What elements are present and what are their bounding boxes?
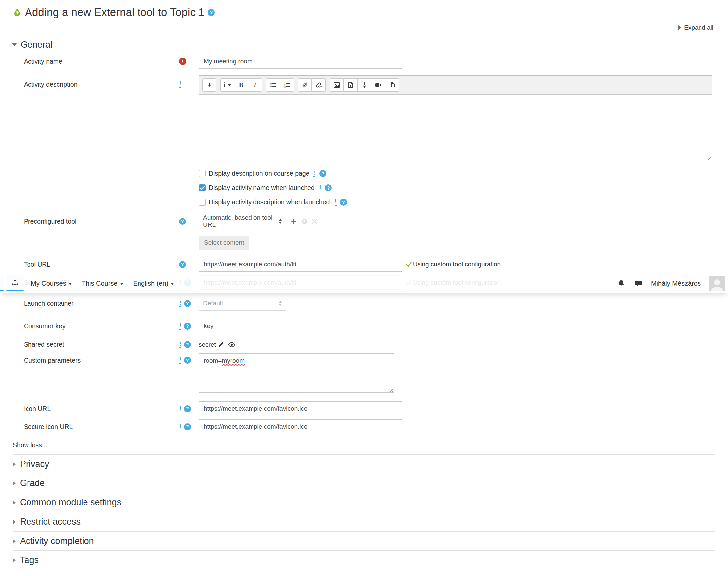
help-icon[interactable]: ? bbox=[184, 341, 191, 348]
section-general-title: General bbox=[21, 40, 52, 50]
resize-grip-icon bbox=[707, 155, 711, 160]
link-button[interactable] bbox=[298, 78, 312, 91]
icon-url-input[interactable] bbox=[199, 401, 402, 416]
advanced-field-icon[interactable]: ! bbox=[179, 81, 182, 88]
messages-icon[interactable] bbox=[634, 279, 642, 287]
select-caret-icon bbox=[279, 301, 282, 306]
svg-text:3: 3 bbox=[284, 86, 285, 88]
advanced-field-icon[interactable]: ! bbox=[313, 170, 317, 177]
chevron-right-icon bbox=[12, 462, 16, 467]
nav-menu-this-course[interactable]: This Course bbox=[82, 280, 123, 287]
record-audio-button[interactable] bbox=[358, 78, 371, 91]
help-icon[interactable]: ? bbox=[184, 424, 191, 430]
unlink-button[interactable] bbox=[312, 78, 326, 91]
section-competencies[interactable]: Competencies bbox=[12, 570, 716, 576]
sitemap-icon bbox=[11, 279, 19, 286]
advanced-field-icon[interactable]: ! bbox=[179, 405, 182, 412]
italic-button[interactable]: I bbox=[248, 78, 262, 91]
chevron-right-icon bbox=[12, 558, 16, 563]
editor-content-area[interactable] bbox=[199, 94, 712, 161]
help-icon[interactable]: ? bbox=[325, 184, 332, 191]
preconfigured-tool-select[interactable]: Automatic, based on tool URL bbox=[199, 214, 286, 228]
launch-container-select: Default bbox=[199, 296, 286, 311]
edit-pencil-icon[interactable] bbox=[218, 342, 224, 348]
required-icon: ! bbox=[179, 58, 186, 65]
checkbox-label: Display description on course page bbox=[209, 170, 309, 177]
help-icon[interactable]: ? bbox=[184, 405, 191, 412]
section-privacy[interactable]: Privacy bbox=[12, 455, 716, 474]
select-content-button[interactable]: Select content bbox=[199, 236, 249, 250]
help-icon[interactable]: ? bbox=[320, 170, 326, 177]
custom-parameters-textarea[interactable]: room=myroom bbox=[199, 353, 394, 393]
advanced-field-icon[interactable]: ! bbox=[179, 341, 182, 348]
chevron-right-icon bbox=[12, 500, 16, 505]
tool-url-status: Using custom tool configuration. bbox=[405, 261, 502, 268]
nav-menu-language[interactable]: English (en) bbox=[133, 280, 174, 287]
chevron-down-icon bbox=[12, 44, 17, 47]
page: Adding a new External tool to Topic 1 ? … bbox=[0, 0, 728, 576]
help-icon: ? bbox=[184, 300, 191, 307]
insert-media-button[interactable] bbox=[344, 78, 358, 91]
advanced-field-icon[interactable]: ! bbox=[179, 424, 182, 430]
advanced-field-icon[interactable]: ! bbox=[334, 199, 337, 206]
section-general-header[interactable]: General bbox=[0, 31, 728, 50]
advanced-field-icon[interactable]: ! bbox=[179, 357, 182, 364]
collapsed-sections: Privacy Grade Common module settings Res… bbox=[12, 454, 716, 576]
chevron-right-icon bbox=[12, 539, 16, 544]
tool-url-input[interactable] bbox=[199, 257, 402, 271]
display-description-checkbox[interactable] bbox=[199, 170, 206, 177]
section-tags[interactable]: Tags bbox=[12, 551, 716, 570]
secure-icon-url-input[interactable] bbox=[199, 420, 402, 434]
add-tool-icon[interactable]: + bbox=[291, 217, 296, 226]
custom-parameters-label: Custom parameters bbox=[24, 353, 177, 365]
collapse-toolbar-button[interactable] bbox=[203, 78, 216, 91]
activity-name-input[interactable] bbox=[199, 54, 402, 69]
shared-secret-value: secret bbox=[199, 341, 216, 348]
nav-menu-my-courses[interactable]: My Courses bbox=[31, 280, 72, 287]
checkbox-label: Display activity description when launch… bbox=[209, 198, 330, 206]
resize-grip-icon bbox=[389, 387, 393, 392]
help-icon[interactable]: ? bbox=[184, 323, 191, 329]
display-activity-description-checkbox[interactable] bbox=[199, 199, 206, 206]
chevron-right-icon bbox=[678, 25, 681, 30]
manage-files-button[interactable] bbox=[385, 78, 399, 91]
tool-url-label: Tool URL bbox=[24, 261, 177, 268]
activity-name-label: Activity name bbox=[24, 58, 177, 65]
activity-description-label: Activity description bbox=[24, 75, 177, 88]
launch-container-label: Launch container bbox=[24, 300, 177, 308]
consumer-key-input[interactable] bbox=[199, 319, 272, 333]
insert-image-button[interactable] bbox=[330, 78, 344, 91]
user-name[interactable]: Mihály Mészáros bbox=[651, 280, 701, 287]
show-secret-eye-icon[interactable] bbox=[228, 342, 235, 347]
avatar[interactable] bbox=[709, 276, 725, 291]
styles-dropdown-button[interactable]: i bbox=[220, 78, 234, 91]
expand-all-link[interactable]: Expand all bbox=[678, 24, 714, 31]
section-common-module-settings[interactable]: Common module settings bbox=[12, 493, 716, 512]
help-icon[interactable]: ? bbox=[179, 218, 186, 225]
shared-secret-label: Shared secret bbox=[24, 341, 177, 348]
bold-button[interactable]: B bbox=[234, 78, 248, 91]
ordered-list-button[interactable]: 123 bbox=[280, 78, 294, 91]
edit-tool-gear-icon bbox=[301, 218, 307, 225]
help-icon[interactable]: ? bbox=[179, 261, 186, 268]
section-grade[interactable]: Grade bbox=[12, 474, 716, 493]
advanced-field-icon[interactable]: ! bbox=[319, 184, 322, 191]
nav-tab-sitemap[interactable] bbox=[6, 275, 24, 291]
delete-tool-icon bbox=[312, 219, 317, 224]
consumer-key-label: Consumer key bbox=[24, 322, 177, 330]
advanced-field-icon: ! bbox=[179, 300, 182, 307]
display-activity-name-checkbox[interactable] bbox=[199, 184, 206, 191]
section-restrict-access[interactable]: Restrict access bbox=[12, 512, 716, 531]
section-activity-completion[interactable]: Activity completion bbox=[12, 531, 716, 551]
page-title: Adding a new External tool to Topic 1 bbox=[25, 6, 205, 19]
checkbox-label: Display activity name when launched bbox=[209, 184, 315, 192]
show-less-link[interactable]: Show less... bbox=[12, 441, 728, 454]
help-icon[interactable]: ? bbox=[340, 199, 347, 206]
unordered-list-button[interactable] bbox=[266, 78, 280, 91]
notifications-bell-icon[interactable] bbox=[617, 279, 625, 287]
advanced-field-icon[interactable]: ! bbox=[179, 323, 182, 329]
help-icon[interactable]: ? bbox=[184, 357, 191, 364]
help-icon[interactable]: ? bbox=[208, 9, 215, 16]
record-video-button[interactable] bbox=[371, 78, 385, 91]
nav-tab-partial[interactable] bbox=[0, 275, 4, 291]
